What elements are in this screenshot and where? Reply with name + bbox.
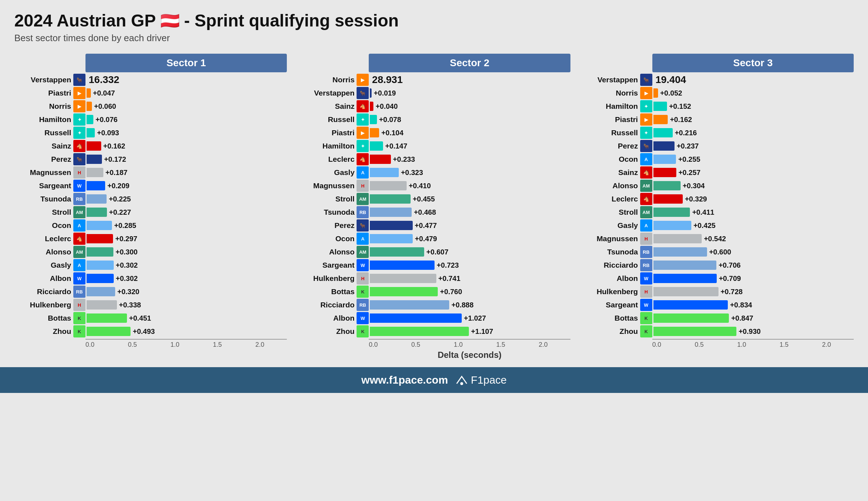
team-logo: 🐂 — [73, 153, 85, 165]
team-logo: W — [357, 312, 369, 324]
bar-label: +0.479 — [415, 235, 437, 243]
footer-bar: www.f1pace.com F1pace — [0, 367, 868, 393]
footer-url: www.f1pace.com — [361, 374, 448, 386]
bar — [87, 287, 115, 296]
team-logo: ✦ — [73, 113, 85, 126]
bar-container: +0.297 — [87, 234, 287, 244]
bar-label: 16.332 — [89, 74, 119, 86]
bar-label: +0.297 — [115, 235, 137, 243]
bar-label: +0.225 — [109, 195, 131, 203]
bar — [370, 128, 379, 137]
team-logo: ✦ — [357, 140, 369, 152]
bar-row: Verstappen 🐂 19.404 — [581, 74, 854, 86]
driver-name: Verstappen — [298, 89, 357, 97]
team-logo: W — [73, 272, 85, 284]
driver-name: Hulkenberg — [581, 287, 640, 296]
driver-name: Gasly — [581, 221, 640, 230]
bar-container: +0.302 — [87, 273, 287, 283]
bar-container: +1.027 — [370, 313, 570, 323]
driver-name: Zhou — [581, 327, 640, 336]
bar-container: +0.320 — [87, 287, 287, 297]
bar-row: Hamilton ✦ +0.147 — [298, 140, 570, 152]
driver-name: Bottas — [298, 287, 357, 296]
driver-name: Sargeant — [581, 301, 640, 309]
bar-container: +0.723 — [370, 260, 570, 270]
bar-container: +0.888 — [370, 300, 570, 310]
bar — [87, 88, 91, 98]
bar-row: Verstappen 🐂 +0.019 — [298, 87, 570, 99]
team-logo: AM — [357, 193, 369, 205]
team-logo: ▶ — [73, 87, 85, 99]
bar-label: +1.107 — [471, 327, 493, 336]
bar — [653, 208, 690, 217]
team-logo: ▶ — [640, 87, 652, 99]
driver-name: Stroll — [14, 208, 73, 217]
bar-container: +0.479 — [370, 234, 570, 244]
bar-label: +0.060 — [94, 102, 116, 111]
bar-row: Hamilton ✦ +0.076 — [14, 113, 287, 126]
bar-row: Norris ▶ +0.052 — [581, 87, 854, 99]
bar-row: Perez 🐂 +0.477 — [298, 219, 570, 232]
bar-row: Tsunoda RB +0.468 — [298, 206, 570, 218]
axis-tick: 0.0 — [85, 341, 94, 349]
team-logo: ▶ — [73, 100, 85, 112]
bar-container: +0.187 — [87, 167, 287, 177]
axis-ticks: 0.00.51.01.52.0 — [85, 341, 264, 349]
driver-name: Leclerc — [14, 234, 73, 243]
bar — [87, 221, 112, 230]
sector-chart-1: Sector 1 Verstappen 🐂 16.332 Piastri ▶ +… — [14, 54, 287, 349]
team-logo: ▶ — [357, 127, 369, 139]
team-logo: A — [357, 166, 369, 179]
bar — [370, 181, 407, 190]
bar-label: 28.931 — [372, 74, 403, 86]
bar-label: +0.302 — [116, 274, 138, 283]
bar-row: Ricciardo RB +0.706 — [581, 259, 854, 271]
bar — [370, 327, 469, 336]
bar-row: Albon W +1.027 — [298, 312, 570, 324]
bar — [87, 168, 103, 177]
team-logo: K — [73, 325, 85, 337]
bar-container: +0.172 — [87, 154, 287, 164]
axis-line — [652, 339, 854, 340]
team-logo: K — [357, 325, 369, 337]
team-logo: RB — [640, 246, 652, 258]
bar-label: +0.425 — [693, 222, 716, 230]
bar-row: Hulkenberg H +0.741 — [298, 272, 570, 284]
bar-container: +0.285 — [87, 220, 287, 230]
bar-row: Ocon A +0.255 — [581, 153, 854, 165]
team-logo: RB — [357, 206, 369, 218]
bar-container: +0.147 — [370, 141, 570, 151]
bar — [370, 194, 411, 204]
team-logo: W — [357, 259, 369, 271]
bar — [653, 221, 691, 230]
team-logo: A — [640, 153, 652, 165]
driver-name: Magnussen — [14, 168, 73, 177]
axis-line — [369, 339, 570, 340]
bar-row: Sargeant W +0.723 — [298, 259, 570, 271]
bar-container: +0.930 — [653, 326, 854, 336]
bar — [653, 261, 717, 270]
bar-label: +0.723 — [437, 261, 459, 269]
bar-container: +0.162 — [653, 115, 854, 125]
x-axis-label: Delta (seconds) — [85, 350, 854, 360]
bar — [370, 261, 435, 270]
bar — [87, 261, 114, 270]
bar-row: Piastri ▶ +0.104 — [298, 127, 570, 139]
driver-name: Tsunoda — [298, 208, 357, 217]
bar — [653, 194, 683, 204]
bar-row: Leclerc 🐴 +0.297 — [14, 233, 287, 245]
bar-row: Tsunoda RB +0.600 — [581, 246, 854, 258]
sector-header: Sector 3 — [652, 54, 854, 72]
bar-container: +0.052 — [653, 88, 854, 98]
axis-ticks: 0.00.51.01.52.0 — [369, 341, 548, 349]
bar-label: +0.477 — [415, 222, 437, 230]
team-logo: K — [640, 312, 652, 324]
bar — [653, 168, 676, 177]
bar-row: Bottas K +0.451 — [14, 312, 287, 324]
bar-row: Gasly A +0.323 — [298, 166, 570, 179]
bar — [87, 274, 114, 283]
bar-row: Zhou K +0.930 — [581, 325, 854, 337]
bar-container: 16.332 — [87, 75, 287, 85]
bar — [87, 115, 93, 124]
bar-row: Magnussen H +0.410 — [298, 180, 570, 192]
